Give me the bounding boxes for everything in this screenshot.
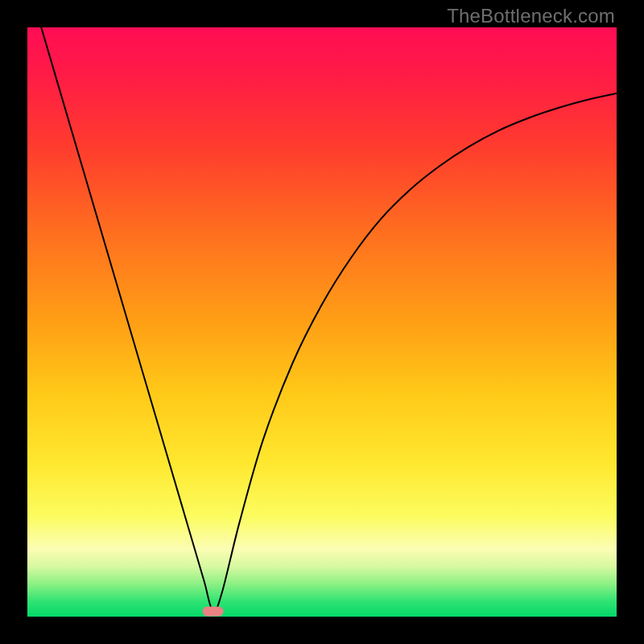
watermark-text: TheBottleneck.com	[447, 5, 615, 27]
svg-rect-0	[203, 606, 224, 616]
optimum-marker	[203, 606, 224, 616]
chart-svg	[27, 27, 617, 617]
chart-area	[27, 27, 617, 617]
gradient-background	[27, 27, 617, 617]
